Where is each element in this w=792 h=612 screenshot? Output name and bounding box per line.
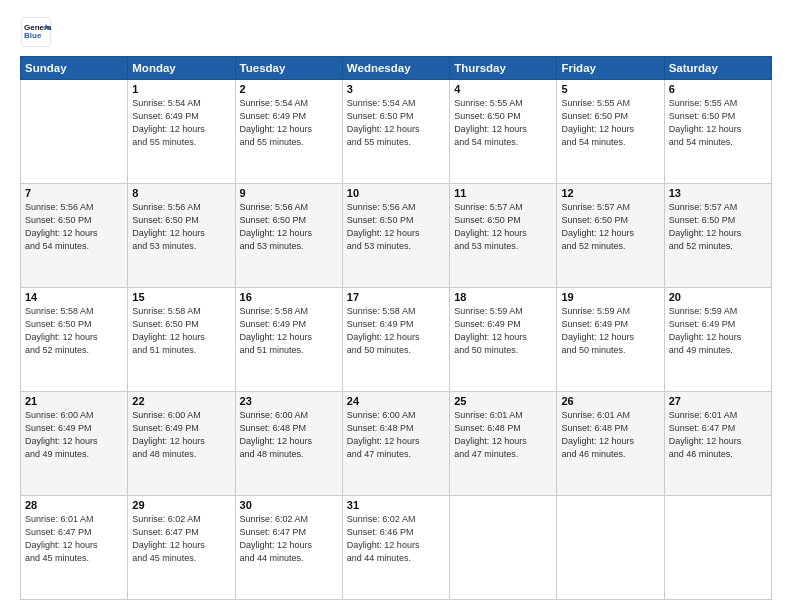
day-info: Sunrise: 5:54 AMSunset: 6:49 PMDaylight:… (240, 97, 338, 149)
svg-text:Blue: Blue (24, 31, 42, 40)
cell-w3-d2: 23Sunrise: 6:00 AMSunset: 6:48 PMDayligh… (235, 392, 342, 496)
cell-w4-d5 (557, 496, 664, 600)
day-info: Sunrise: 5:58 AMSunset: 6:50 PMDaylight:… (25, 305, 123, 357)
week-row-0: 1Sunrise: 5:54 AMSunset: 6:49 PMDaylight… (21, 80, 772, 184)
day-info: Sunrise: 6:00 AMSunset: 6:48 PMDaylight:… (240, 409, 338, 461)
cell-w1-d0: 7Sunrise: 5:56 AMSunset: 6:50 PMDaylight… (21, 184, 128, 288)
day-number: 29 (132, 499, 230, 511)
day-info: Sunrise: 5:56 AMSunset: 6:50 PMDaylight:… (240, 201, 338, 253)
day-info: Sunrise: 6:00 AMSunset: 6:49 PMDaylight:… (25, 409, 123, 461)
day-number: 11 (454, 187, 552, 199)
day-number: 2 (240, 83, 338, 95)
cell-w2-d4: 18Sunrise: 5:59 AMSunset: 6:49 PMDayligh… (450, 288, 557, 392)
col-header-tuesday: Tuesday (235, 57, 342, 80)
day-info: Sunrise: 5:55 AMSunset: 6:50 PMDaylight:… (669, 97, 767, 149)
day-info: Sunrise: 5:58 AMSunset: 6:49 PMDaylight:… (347, 305, 445, 357)
day-info: Sunrise: 5:58 AMSunset: 6:49 PMDaylight:… (240, 305, 338, 357)
day-number: 18 (454, 291, 552, 303)
day-number: 23 (240, 395, 338, 407)
col-header-thursday: Thursday (450, 57, 557, 80)
col-header-saturday: Saturday (664, 57, 771, 80)
day-info: Sunrise: 6:01 AMSunset: 6:47 PMDaylight:… (669, 409, 767, 461)
day-info: Sunrise: 5:54 AMSunset: 6:49 PMDaylight:… (132, 97, 230, 149)
day-number: 13 (669, 187, 767, 199)
cell-w1-d1: 8Sunrise: 5:56 AMSunset: 6:50 PMDaylight… (128, 184, 235, 288)
day-info: Sunrise: 6:01 AMSunset: 6:48 PMDaylight:… (454, 409, 552, 461)
cell-w1-d6: 13Sunrise: 5:57 AMSunset: 6:50 PMDayligh… (664, 184, 771, 288)
day-info: Sunrise: 5:59 AMSunset: 6:49 PMDaylight:… (454, 305, 552, 357)
cell-w3-d0: 21Sunrise: 6:00 AMSunset: 6:49 PMDayligh… (21, 392, 128, 496)
day-number: 16 (240, 291, 338, 303)
cell-w2-d2: 16Sunrise: 5:58 AMSunset: 6:49 PMDayligh… (235, 288, 342, 392)
cell-w1-d3: 10Sunrise: 5:56 AMSunset: 6:50 PMDayligh… (342, 184, 449, 288)
calendar-table: SundayMondayTuesdayWednesdayThursdayFrid… (20, 56, 772, 600)
day-number: 17 (347, 291, 445, 303)
day-number: 22 (132, 395, 230, 407)
cell-w3-d6: 27Sunrise: 6:01 AMSunset: 6:47 PMDayligh… (664, 392, 771, 496)
day-number: 12 (561, 187, 659, 199)
day-info: Sunrise: 5:56 AMSunset: 6:50 PMDaylight:… (347, 201, 445, 253)
week-row-4: 28Sunrise: 6:01 AMSunset: 6:47 PMDayligh… (21, 496, 772, 600)
day-number: 9 (240, 187, 338, 199)
day-number: 14 (25, 291, 123, 303)
cell-w0-d6: 6Sunrise: 5:55 AMSunset: 6:50 PMDaylight… (664, 80, 771, 184)
day-info: Sunrise: 6:01 AMSunset: 6:48 PMDaylight:… (561, 409, 659, 461)
cell-w0-d1: 1Sunrise: 5:54 AMSunset: 6:49 PMDaylight… (128, 80, 235, 184)
col-header-monday: Monday (128, 57, 235, 80)
cell-w2-d3: 17Sunrise: 5:58 AMSunset: 6:49 PMDayligh… (342, 288, 449, 392)
cell-w4-d1: 29Sunrise: 6:02 AMSunset: 6:47 PMDayligh… (128, 496, 235, 600)
day-number: 10 (347, 187, 445, 199)
day-number: 7 (25, 187, 123, 199)
cell-w3-d4: 25Sunrise: 6:01 AMSunset: 6:48 PMDayligh… (450, 392, 557, 496)
day-info: Sunrise: 5:59 AMSunset: 6:49 PMDaylight:… (669, 305, 767, 357)
day-info: Sunrise: 5:58 AMSunset: 6:50 PMDaylight:… (132, 305, 230, 357)
cell-w2-d5: 19Sunrise: 5:59 AMSunset: 6:49 PMDayligh… (557, 288, 664, 392)
col-header-friday: Friday (557, 57, 664, 80)
day-number: 27 (669, 395, 767, 407)
day-number: 24 (347, 395, 445, 407)
header-row: SundayMondayTuesdayWednesdayThursdayFrid… (21, 57, 772, 80)
cell-w2-d1: 15Sunrise: 5:58 AMSunset: 6:50 PMDayligh… (128, 288, 235, 392)
cell-w1-d4: 11Sunrise: 5:57 AMSunset: 6:50 PMDayligh… (450, 184, 557, 288)
week-row-2: 14Sunrise: 5:58 AMSunset: 6:50 PMDayligh… (21, 288, 772, 392)
day-number: 21 (25, 395, 123, 407)
cell-w3-d5: 26Sunrise: 6:01 AMSunset: 6:48 PMDayligh… (557, 392, 664, 496)
logo: General Blue (20, 16, 52, 48)
cell-w0-d4: 4Sunrise: 5:55 AMSunset: 6:50 PMDaylight… (450, 80, 557, 184)
logo-icon: General Blue (20, 16, 52, 48)
cell-w1-d2: 9Sunrise: 5:56 AMSunset: 6:50 PMDaylight… (235, 184, 342, 288)
day-number: 19 (561, 291, 659, 303)
week-row-1: 7Sunrise: 5:56 AMSunset: 6:50 PMDaylight… (21, 184, 772, 288)
day-info: Sunrise: 6:00 AMSunset: 6:48 PMDaylight:… (347, 409, 445, 461)
day-info: Sunrise: 6:00 AMSunset: 6:49 PMDaylight:… (132, 409, 230, 461)
day-number: 8 (132, 187, 230, 199)
day-number: 6 (669, 83, 767, 95)
cell-w4-d0: 28Sunrise: 6:01 AMSunset: 6:47 PMDayligh… (21, 496, 128, 600)
day-number: 30 (240, 499, 338, 511)
day-info: Sunrise: 5:54 AMSunset: 6:50 PMDaylight:… (347, 97, 445, 149)
day-info: Sunrise: 5:55 AMSunset: 6:50 PMDaylight:… (454, 97, 552, 149)
day-info: Sunrise: 5:59 AMSunset: 6:49 PMDaylight:… (561, 305, 659, 357)
day-info: Sunrise: 5:56 AMSunset: 6:50 PMDaylight:… (132, 201, 230, 253)
cell-w0-d2: 2Sunrise: 5:54 AMSunset: 6:49 PMDaylight… (235, 80, 342, 184)
cell-w4-d2: 30Sunrise: 6:02 AMSunset: 6:47 PMDayligh… (235, 496, 342, 600)
day-info: Sunrise: 5:57 AMSunset: 6:50 PMDaylight:… (669, 201, 767, 253)
header: General Blue (20, 16, 772, 48)
day-info: Sunrise: 6:01 AMSunset: 6:47 PMDaylight:… (25, 513, 123, 565)
day-number: 28 (25, 499, 123, 511)
cell-w0-d3: 3Sunrise: 5:54 AMSunset: 6:50 PMDaylight… (342, 80, 449, 184)
cell-w3-d1: 22Sunrise: 6:00 AMSunset: 6:49 PMDayligh… (128, 392, 235, 496)
day-info: Sunrise: 5:56 AMSunset: 6:50 PMDaylight:… (25, 201, 123, 253)
cell-w3-d3: 24Sunrise: 6:00 AMSunset: 6:48 PMDayligh… (342, 392, 449, 496)
cell-w2-d0: 14Sunrise: 5:58 AMSunset: 6:50 PMDayligh… (21, 288, 128, 392)
cell-w0-d5: 5Sunrise: 5:55 AMSunset: 6:50 PMDaylight… (557, 80, 664, 184)
day-info: Sunrise: 6:02 AMSunset: 6:47 PMDaylight:… (240, 513, 338, 565)
day-info: Sunrise: 5:57 AMSunset: 6:50 PMDaylight:… (454, 201, 552, 253)
day-info: Sunrise: 6:02 AMSunset: 6:47 PMDaylight:… (132, 513, 230, 565)
cell-w1-d5: 12Sunrise: 5:57 AMSunset: 6:50 PMDayligh… (557, 184, 664, 288)
cell-w4-d6 (664, 496, 771, 600)
week-row-3: 21Sunrise: 6:00 AMSunset: 6:49 PMDayligh… (21, 392, 772, 496)
cell-w4-d4 (450, 496, 557, 600)
day-number: 26 (561, 395, 659, 407)
day-number: 1 (132, 83, 230, 95)
